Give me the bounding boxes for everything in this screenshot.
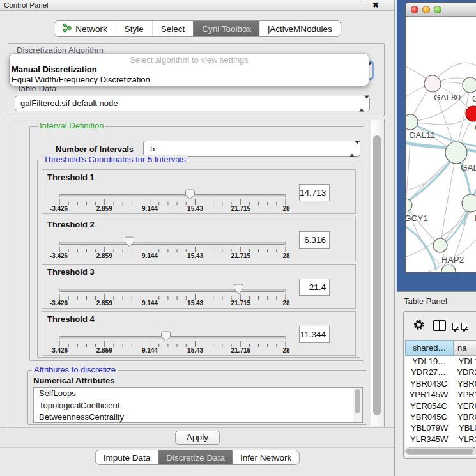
network-view-window: GAL80GACGAL11GAL4GCY1HHAP2	[405, 2, 476, 273]
table-data-label: Table Data	[15, 84, 58, 93]
close-traffic-light[interactable]	[411, 6, 418, 13]
table-row[interactable]: YPR145WYPR1	[405, 389, 476, 400]
tab-label: Network	[75, 24, 107, 34]
list-item[interactable]: SelfLoops	[34, 388, 362, 400]
list-item[interactable]: BetweennessCentrality	[34, 411, 362, 423]
float-window-icon[interactable]	[362, 3, 367, 8]
tab-impute-data[interactable]: Impute Data	[96, 450, 158, 464]
network-edge	[406, 206, 439, 244]
column-header-name[interactable]: na	[454, 340, 476, 356]
slider-scale-labels: -3.4262.8599.14415.4321.71528	[59, 252, 286, 260]
interval-definition-label: Interval Definition	[38, 121, 105, 130]
combo-arrows-icon	[359, 99, 365, 109]
numerical-attributes-label: Numerical Attributes	[33, 376, 114, 385]
network-node-gal11[interactable]	[406, 114, 418, 130]
network-graph[interactable]: GAL80GACGAL11GAL4GCY1HHAP2	[406, 17, 476, 272]
tab-network[interactable]: Network	[54, 21, 116, 36]
tab-infer-network[interactable]: Infer Network	[233, 450, 299, 464]
list-item[interactable]: TopologicalCoefficient	[34, 400, 362, 412]
attribute-items: SelfLoopsTopologicalCoefficientBetweenne…	[34, 388, 362, 423]
cell-shared-name: YER054C	[405, 401, 452, 411]
cell-name: YER0	[452, 401, 476, 411]
numerical-attributes-list[interactable]: SelfLoopsTopologicalCoefficientBetweenne…	[33, 387, 363, 423]
network-node-gal4[interactable]	[445, 142, 467, 164]
close-icon[interactable]: ✖	[372, 0, 379, 10]
threshold-value-field[interactable]: 14.713	[299, 184, 330, 201]
control-panel: Control Panel ✖ NetworkStyleSelectCyni T…	[0, 0, 395, 476]
checkbox-icon[interactable]	[452, 323, 459, 330]
tab-select[interactable]: Select	[152, 21, 194, 36]
cell-name: YBR0	[452, 411, 476, 422]
scale-label: 9.144	[142, 347, 158, 354]
threshold-value-field[interactable]: 6.316	[299, 231, 330, 249]
scale-label: 2.859	[96, 252, 112, 259]
scale-label: 2.859	[96, 300, 112, 307]
network-node[interactable]	[441, 265, 456, 272]
scale-label: 21.715	[231, 205, 251, 212]
scale-label: -3.426	[50, 252, 68, 259]
popup-option-manual-discretization[interactable]: Manual Discretization	[12, 65, 97, 75]
scale-label: 2.859	[96, 205, 112, 212]
threshold-slider[interactable]: -3.4262.8599.14415.4321.71528	[59, 282, 286, 308]
scale-label: 28	[282, 252, 289, 259]
checkbox-icon[interactable]	[461, 323, 468, 330]
table-row[interactable]: YDL19…YDL1	[405, 356, 476, 367]
table-row[interactable]: YER054CYER0	[405, 401, 476, 411]
right-pane: GAL80GACGAL11GAL4GCY1HHAP2 Table Panel	[394, 0, 476, 476]
popup-option-equal-width-frequency[interactable]: Equal Width/Frequency Discretization	[12, 75, 150, 85]
minimize-traffic-light[interactable]	[422, 6, 430, 13]
table-row[interactable]: YBR043CYBR0	[405, 378, 476, 389]
table-row[interactable]: YBL079WYBL0	[405, 422, 476, 433]
threshold-value-field[interactable]: 11.344	[299, 326, 330, 343]
scrollbar-thumb[interactable]	[406, 449, 473, 454]
slider-track[interactable]	[59, 194, 286, 197]
settings-scrollbar[interactable]	[371, 120, 383, 426]
threshold-value-field[interactable]: 21.4	[299, 279, 330, 296]
scrollbar-thumb[interactable]	[373, 135, 381, 415]
slider-track[interactable]	[59, 336, 286, 339]
threshold-slider[interactable]: -3.4262.8599.14415.4321.71528	[59, 330, 286, 355]
slider-track[interactable]	[59, 289, 286, 292]
tab-cyni-toolbox[interactable]: Cyni Toolbox	[193, 21, 259, 36]
columns-icon[interactable]	[433, 320, 446, 331]
zoom-traffic-light[interactable]	[434, 6, 441, 13]
apply-button[interactable]: Apply	[175, 431, 220, 445]
table-row[interactable]: YDR27…YDR2	[405, 367, 476, 378]
list-scrollbar[interactable]	[353, 388, 362, 422]
node-label: HAP2	[441, 255, 464, 265]
network-node-hap2[interactable]	[433, 238, 447, 252]
number-of-intervals-label: Number of Intervals	[56, 144, 134, 154]
tab-label: Style	[125, 24, 144, 34]
threshold-slider[interactable]: -3.4262.8599.14415.4321.71528	[59, 188, 286, 213]
spinner-arrows-icon	[349, 144, 355, 153]
threshold-slider[interactable]: -3.4262.8599.14415.4321.71528	[59, 235, 286, 261]
table-panel-title: Table Panel	[404, 296, 447, 306]
network-node-h[interactable]	[462, 194, 476, 212]
network-node-gcy1[interactable]	[406, 199, 412, 211]
node-table: shared… na YDL19…YDL1YDR27…YDR2YBR043CYB…	[405, 340, 476, 456]
table-horizontal-scrollbar[interactable]	[405, 447, 476, 455]
tab-jactivemnodules[interactable]: jActiveMNodules	[259, 21, 341, 36]
slider-track[interactable]	[59, 242, 286, 245]
tab-discretize-data[interactable]: Discretize Data	[158, 450, 233, 464]
tab-style[interactable]: Style	[116, 21, 152, 36]
scrollbar-thumb[interactable]	[355, 389, 360, 413]
node-label: GAL4	[461, 163, 476, 173]
network-node-gal80[interactable]	[424, 75, 441, 92]
table-data-combobox[interactable]: galFiltered.sif default node	[15, 96, 370, 111]
tab-label: Cyni Toolbox	[202, 24, 251, 34]
slider-ticks	[59, 294, 286, 300]
cell-name: YLR3	[453, 434, 476, 445]
table-panel: Table Panel sh	[397, 291, 476, 476]
cell-shared-name: YPR145W	[405, 389, 452, 400]
table-row[interactable]: YBR045CYBR0	[405, 411, 476, 422]
network-node-ga[interactable]	[463, 77, 476, 93]
thresholds-groupbox: Threshold's Coordinates for 5 Intervals …	[37, 160, 360, 358]
table-row[interactable]: YLR345WYLR3	[405, 434, 476, 445]
gear-icon[interactable]	[413, 319, 425, 331]
scale-label: -3.426	[50, 347, 68, 354]
slider-ticks	[59, 341, 286, 347]
cell-name: YDL1	[453, 356, 476, 367]
column-header-shared-name[interactable]: shared…	[405, 340, 454, 356]
tab-label: Select	[161, 24, 185, 34]
